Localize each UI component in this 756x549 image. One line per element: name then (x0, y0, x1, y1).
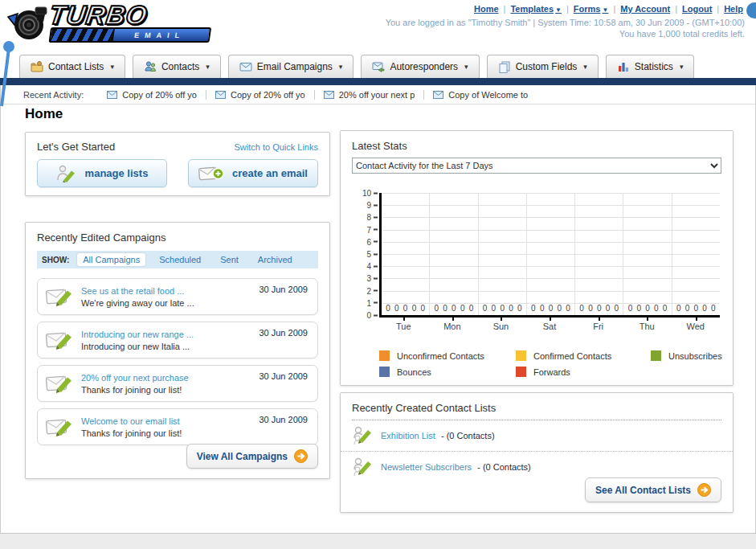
campaign-title-link[interactable]: 20% off your next purchase (81, 373, 189, 383)
campaign-title-link[interactable]: Introducing our new range ... (81, 330, 194, 339)
legend-swatch-icon (516, 350, 526, 361)
recent-activity-item[interactable]: Copy of 20% off yo (98, 90, 206, 100)
link-separator: | (613, 4, 615, 14)
campaign-date: 30 Jun 2009 (259, 285, 308, 294)
legend-item: Unsubscribes (651, 350, 733, 361)
envelope-edit-icon (46, 373, 73, 394)
y-tick-label: 4 (366, 262, 378, 271)
logo-email-bar: EMAIL (48, 27, 211, 43)
y-tick-label: 1 (366, 298, 378, 307)
view-all-campaigns-label: View All Campaigns (197, 451, 288, 462)
contact-list-link[interactable]: Exhibition List (381, 431, 435, 440)
see-all-contact-lists-label: See All Contact Lists (595, 485, 691, 496)
campaign-row[interactable]: 20% off your next purchase Thanks for jo… (37, 365, 318, 402)
data-value-label: 0 (566, 304, 570, 313)
contact-list-text: Exhibition List - (0 Contacts) (381, 431, 495, 440)
y-tick-label: 10 (362, 189, 378, 198)
recent-activity-item[interactable]: Copy of Welcome to (423, 90, 537, 100)
gridline (382, 230, 720, 231)
get-started-title: Let's Get Started (37, 141, 115, 153)
y-tick-label: 6 (366, 237, 378, 246)
credits-text: You have 1,000 total credits left. (386, 29, 745, 39)
switch-quick-links-link[interactable]: Switch to Quick Links (234, 142, 318, 152)
tab-dropdown-arrow-icon: ▾ (339, 63, 343, 71)
top-links: Home|Templates▼|Forms▼|My Account|Logout… (386, 4, 745, 14)
tab-dropdown-arrow-icon: ▾ (464, 63, 468, 71)
manage-lists-button[interactable]: manage lists (37, 159, 167, 187)
recent-activity-item[interactable]: 20% off your next p (314, 90, 424, 100)
link-separator: | (717, 4, 719, 14)
link-home[interactable]: Home (474, 4, 499, 14)
legend-label: Bounces (397, 367, 431, 377)
campaign-title-link[interactable]: Welcome to our email list (81, 416, 182, 426)
tab-email-campaigns[interactable]: Email Campaigns ▾ (228, 55, 354, 78)
link-logout[interactable]: Logout (682, 4, 712, 14)
activity-item-label: Copy of 20% off yo (122, 90, 197, 100)
list-edit-icon (352, 457, 373, 477)
activity-item-label: Copy of 20% off yo (231, 90, 305, 100)
contact-list-count: - (0 Contacts) (477, 462, 531, 472)
help-bubble-icon[interactable] (746, 2, 756, 18)
contact-list-link[interactable]: Newsletter Subscribers (381, 462, 472, 472)
legend-swatch-icon (651, 350, 661, 361)
legend-label: Confirmed Contacts (533, 351, 611, 361)
tab-label: Contact Lists (48, 61, 104, 72)
gridline (382, 205, 720, 206)
see-all-contact-lists-button[interactable]: See All Contact Lists (585, 477, 721, 502)
campaign-row[interactable]: See us at the retail food ... We're givi… (37, 278, 318, 315)
tab-contacts[interactable]: Contacts ▾ (133, 55, 221, 78)
header: TURBO EMAIL Home|Templates▼|Forms▼|My Ac… (0, 0, 756, 53)
tab-statistics[interactable]: Statistics ▾ (606, 55, 695, 78)
turbo-email-app: TURBO EMAIL Home|Templates▼|Forms▼|My Ac… (0, 0, 756, 549)
recent-activity-item[interactable]: Copy of 20% off yo (206, 90, 314, 100)
data-value-label: 0 (443, 304, 447, 313)
campaign-title-link[interactable]: See us at the retail food ... (81, 286, 194, 296)
link-templates[interactable]: Templates▼ (510, 4, 562, 14)
create-email-button[interactable]: create an email (188, 159, 318, 187)
x-axis-label: Thu (623, 318, 672, 331)
tab-dropdown-arrow-icon: ▾ (583, 63, 587, 71)
data-value-label: 0 (452, 304, 456, 313)
contact-list-row[interactable]: Exhibition List - (0 Contacts) (341, 420, 733, 451)
gridline (382, 303, 720, 304)
data-value-label: 0 (509, 304, 513, 313)
arrow-circle-icon (294, 449, 308, 463)
link-my-account[interactable]: My Account (620, 4, 670, 14)
campaigns-panel: Recently Edited Campaigns SHOW: All Camp… (25, 222, 330, 479)
data-value-label: 0 (492, 304, 497, 313)
tab-custom-fields[interactable]: Custom Fields ▾ (487, 55, 599, 78)
data-value-label: 0 (460, 304, 465, 313)
campaign-filter-bar: SHOW: All Campaigns Scheduled Sent Archi… (37, 251, 318, 268)
view-all-campaigns-button[interactable]: View All Campaigns (186, 444, 318, 469)
gridline (382, 242, 720, 243)
campaign-row[interactable]: Welcome to our email list Thanks for joi… (37, 408, 318, 445)
contacts-icon (144, 60, 157, 73)
latest-stats-title: Latest Stats (341, 131, 733, 158)
recent-activity-label: Recent Activity: (23, 90, 84, 100)
envelope-edit-icon (46, 416, 73, 437)
campaign-row[interactable]: Introducing our new range ... Introducin… (37, 322, 318, 358)
gridline (382, 291, 720, 292)
filter-scheduled[interactable]: Scheduled (153, 253, 206, 266)
data-value-label: 0 (663, 304, 668, 313)
page-title: Home (25, 106, 63, 122)
tab-autoresponders[interactable]: Autoresponders ▾ (361, 55, 479, 78)
data-value-label: 0 (676, 304, 681, 313)
link-separator: | (566, 4, 569, 14)
envelope-icon (215, 91, 226, 99)
logo-stripes (51, 29, 115, 41)
link-forms[interactable]: Forms▼ (574, 4, 609, 14)
tab-contact-lists[interactable]: Contact Lists ▾ (19, 55, 125, 78)
link-help[interactable]: Help (724, 4, 743, 14)
filter-archived[interactable]: Archived (252, 253, 298, 266)
x-axis-label: Tue (379, 318, 428, 331)
legend-label: Unsubscribes (668, 351, 722, 361)
app-logo[interactable]: TURBO EMAIL (5, 2, 212, 44)
stats-range-select[interactable]: Contact Activity for the Last 7 Days (352, 158, 721, 174)
activity-item-label: Copy of Welcome to (448, 90, 528, 100)
legend-swatch-icon (379, 350, 390, 361)
logo-text: TURBO EMAIL (45, 2, 215, 43)
filter-all-campaigns[interactable]: All Campaigns (77, 253, 145, 266)
contact-lists-panel: Recently Created Contact Lists Exhibitio… (340, 392, 734, 513)
filter-sent[interactable]: Sent (215, 253, 244, 266)
